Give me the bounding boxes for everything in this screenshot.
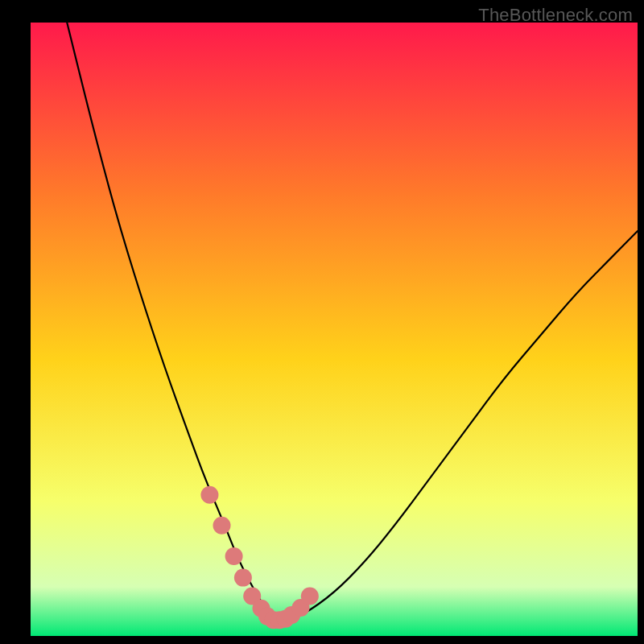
highlight-dot [301,587,319,605]
highlight-dot [213,517,231,535]
highlight-dot [234,569,252,587]
highlight-dot [200,486,218,504]
bottleneck-chart [0,0,644,644]
highlight-dot [225,547,243,565]
watermark-text: TheBottleneck.com [478,5,633,26]
